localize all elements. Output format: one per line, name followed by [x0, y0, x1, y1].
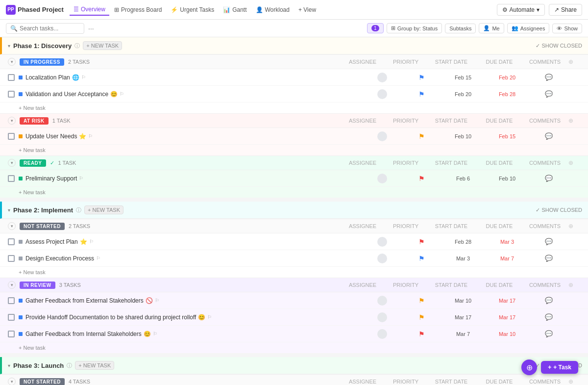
- assignee-avatar[interactable]: [377, 312, 387, 322]
- add-column-icon[interactable]: ⊕: [568, 159, 573, 166]
- tab-urgent-tasks[interactable]: ⚡ Urgent Tasks: [167, 4, 218, 15]
- status-toggle[interactable]: ▾: [8, 281, 16, 289]
- task-checkbox[interactable]: [8, 255, 15, 262]
- task-tag-icon[interactable]: ⚐: [207, 314, 212, 320]
- tab-progress-board[interactable]: ⊞ Progress Board: [110, 4, 166, 15]
- tab-overview[interactable]: ☰ Overview: [70, 4, 109, 16]
- assignee-avatar[interactable]: [377, 237, 387, 247]
- task-tag-icon[interactable]: ⚐: [153, 331, 157, 336]
- phase-new-task-button[interactable]: + NEW TASK: [83, 41, 122, 50]
- task-comments[interactable]: 💬: [529, 132, 568, 140]
- search-box[interactable]: 🔍: [6, 23, 84, 34]
- filter-chip[interactable]: 1: [367, 23, 384, 33]
- phase-toggle-icon[interactable]: ▾: [8, 43, 10, 49]
- task-comments[interactable]: 💬: [529, 330, 568, 337]
- assignee-avatar[interactable]: [377, 296, 387, 306]
- floating-add-icon[interactable]: ⊕: [521, 359, 537, 375]
- subtasks-chip[interactable]: Subtasks: [445, 24, 476, 33]
- task-comments[interactable]: 💬: [529, 297, 568, 304]
- task-comments[interactable]: 💬: [529, 238, 568, 245]
- assignee-avatar[interactable]: [377, 254, 387, 263]
- group-by-chip[interactable]: ⊞ Group by: Status: [387, 23, 442, 33]
- comment-icon[interactable]: 💬: [545, 255, 553, 262]
- task-tag-icon[interactable]: ⚐: [120, 91, 124, 97]
- tab-workload[interactable]: 👤 Workload: [252, 4, 294, 15]
- phase-implement-header[interactable]: ▾ Phase 2: Implement ⓘ + NEW TASK ✓ SHOW…: [0, 202, 588, 219]
- phase-toggle-icon[interactable]: ▾: [8, 363, 10, 368]
- share-button[interactable]: ↗ Share: [549, 4, 582, 16]
- task-checkbox[interactable]: [8, 74, 15, 81]
- add-column-icon[interactable]: ⊕: [568, 378, 573, 385]
- task-tag-icon[interactable]: ⚐: [155, 298, 159, 303]
- show-chip[interactable]: 👁 Show: [552, 24, 582, 33]
- priority-flag-icon: ⚑: [418, 255, 425, 262]
- toolbar-more-icon[interactable]: ···: [88, 25, 94, 32]
- comment-icon[interactable]: 💬: [545, 297, 553, 304]
- add-column-icon[interactable]: ⊕: [568, 58, 573, 65]
- comment-icon[interactable]: 💬: [545, 330, 553, 337]
- task-comments[interactable]: 💬: [529, 74, 568, 81]
- show-closed-button[interactable]: ✓ SHOW CLOSED: [536, 43, 582, 49]
- add-task-in-review[interactable]: + New task: [0, 342, 588, 353]
- task-checkbox[interactable]: [8, 133, 15, 140]
- comment-icon[interactable]: 💬: [545, 238, 553, 245]
- assignee-avatar[interactable]: [377, 131, 387, 141]
- assignee-avatar[interactable]: [377, 329, 387, 339]
- status-toggle[interactable]: ▾: [8, 222, 16, 230]
- task-checkbox[interactable]: [8, 331, 15, 337]
- status-toggle[interactable]: ▾: [8, 159, 16, 167]
- task-color-dot: [19, 177, 23, 180]
- comment-icon[interactable]: 💬: [545, 313, 553, 321]
- add-task-at-risk[interactable]: + New task: [0, 145, 588, 155]
- status-toggle[interactable]: ▾: [8, 117, 16, 125]
- phase-discovery-header[interactable]: ▾ Phase 1: Discovery ⓘ + NEW TASK ✓ SHOW…: [0, 37, 588, 54]
- task-tag-icon[interactable]: ⚐: [89, 239, 94, 244]
- status-toggle[interactable]: ▾: [8, 378, 16, 385]
- task-comments[interactable]: 💬: [529, 175, 568, 182]
- add-column-icon[interactable]: ⊕: [568, 282, 573, 288]
- tab-add-view[interactable]: + View: [294, 4, 320, 15]
- add-column-icon[interactable]: ⊕: [568, 117, 573, 124]
- tab-gantt[interactable]: 📊 Gantt: [219, 4, 250, 15]
- comment-icon[interactable]: 💬: [545, 74, 553, 81]
- task-tag-icon[interactable]: ⚐: [79, 176, 83, 181]
- task-checkbox[interactable]: [8, 238, 15, 245]
- task-comments[interactable]: 💬: [529, 313, 568, 321]
- phase-info-icon[interactable]: ⓘ: [67, 362, 72, 369]
- phase-info-icon[interactable]: ⓘ: [74, 42, 80, 50]
- assignee-avatar[interactable]: [377, 89, 387, 99]
- phase-info-icon[interactable]: ⓘ: [76, 206, 81, 214]
- phase-toggle-icon[interactable]: ▾: [8, 207, 10, 213]
- comment-icon[interactable]: 💬: [545, 90, 553, 98]
- main-content: ▾ Phase 1: Discovery ⓘ + NEW TASK ✓ SHOW…: [0, 37, 588, 385]
- assignee-avatar[interactable]: [377, 174, 387, 183]
- add-task-button[interactable]: + + Task: [541, 361, 578, 374]
- comment-icon[interactable]: 💬: [545, 175, 553, 182]
- app-logo: PP: [6, 5, 16, 15]
- comment-icon[interactable]: 💬: [545, 132, 553, 140]
- add-task-ready[interactable]: + New task: [0, 187, 588, 198]
- task-tag-icon[interactable]: ⚐: [81, 75, 86, 80]
- search-input[interactable]: [20, 25, 80, 32]
- assignee-avatar[interactable]: [377, 73, 387, 82]
- task-tag-icon[interactable]: ⚐: [96, 256, 100, 261]
- me-chip[interactable]: 👤 Me: [479, 23, 504, 33]
- task-start-date: Mar 7: [441, 331, 485, 337]
- phase-launch-header[interactable]: ▾ Phase 3: Launch ⓘ + NEW TASK ✓ SHOW CL…: [0, 357, 588, 374]
- add-column-icon[interactable]: ⊕: [568, 223, 573, 230]
- assignees-chip[interactable]: 👥 Assignees: [507, 23, 550, 33]
- add-task-in-progress[interactable]: + New task: [0, 103, 588, 113]
- task-tag-icon[interactable]: ⚐: [88, 133, 93, 139]
- task-comments[interactable]: 💬: [529, 255, 568, 262]
- task-comments[interactable]: 💬: [529, 90, 568, 98]
- task-checkbox[interactable]: [8, 314, 15, 321]
- task-checkbox[interactable]: [8, 297, 15, 304]
- automate-button[interactable]: ⚙ Automate ▾: [497, 4, 545, 16]
- add-task-not-started[interactable]: + New task: [0, 267, 588, 278]
- task-checkbox[interactable]: [8, 175, 15, 182]
- status-toggle[interactable]: ▾: [8, 58, 16, 66]
- phase-new-task-button[interactable]: + NEW TASK: [75, 361, 114, 370]
- task-checkbox[interactable]: [8, 91, 15, 98]
- show-closed-button[interactable]: ✓ SHOW CLOSED: [536, 207, 582, 213]
- phase-new-task-button[interactable]: + NEW TASK: [84, 205, 123, 214]
